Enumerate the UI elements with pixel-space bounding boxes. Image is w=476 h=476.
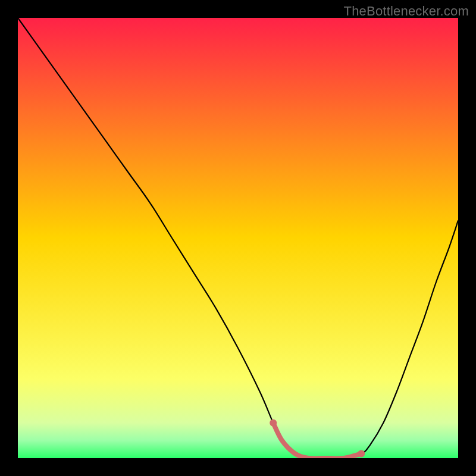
highlight-dot	[358, 450, 365, 458]
chart-container: TheBottlenecker.com	[0, 0, 476, 476]
highlight-dot	[270, 419, 277, 427]
chart-svg	[18, 18, 458, 458]
chart-plot	[18, 18, 458, 458]
chart-background-gradient	[18, 18, 458, 458]
watermark-text: TheBottlenecker.com	[344, 4, 469, 19]
